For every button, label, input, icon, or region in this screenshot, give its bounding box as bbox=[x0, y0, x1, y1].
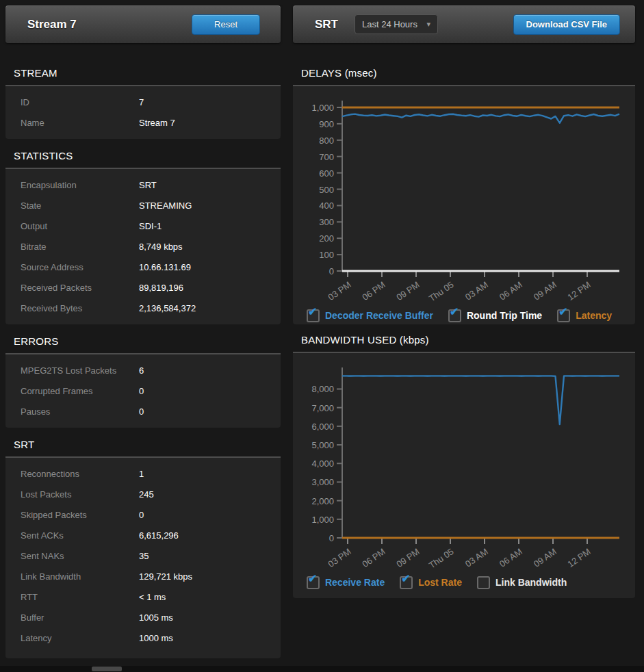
stat-row-output: OutputSDI-1 bbox=[5, 216, 281, 237]
stat-row-name: NameStream 7 bbox=[5, 113, 281, 133]
time-range-select[interactable]: Last 24 Hours ▾ bbox=[355, 14, 438, 34]
svg-text:600: 600 bbox=[319, 168, 334, 179]
stat-value: 0 bbox=[139, 505, 144, 526]
section-body-statistics: EncapsulationSRTStateSTREAMINGOutputSDI-… bbox=[5, 169, 281, 324]
legend-item-link-bandwidth[interactable]: Link Bandwidth bbox=[477, 576, 567, 589]
stat-value: 245 bbox=[139, 484, 154, 505]
stat-row-bitrate: Bitrate8,749 kbps bbox=[5, 237, 281, 257]
stat-label: Buffer bbox=[21, 612, 44, 623]
stat-label: Received Bytes bbox=[21, 303, 82, 313]
stat-label: Bitrate bbox=[21, 242, 47, 252]
svg-text:03 AM: 03 AM bbox=[463, 279, 490, 302]
svg-text:2,000: 2,000 bbox=[311, 496, 334, 506]
legend-checkbox-link-bandwidth[interactable] bbox=[477, 576, 490, 589]
svg-text:03 PM: 03 PM bbox=[326, 546, 352, 569]
stat-label: Sent ACKs bbox=[21, 530, 64, 541]
stat-label: Received Packets bbox=[21, 283, 92, 293]
svg-text:09 AM: 09 AM bbox=[532, 546, 558, 569]
stat-value: 2,136,584,372 bbox=[139, 298, 196, 319]
section-body-errors: MPEG2TS Lost Packets6Corrupted Frames0Pa… bbox=[5, 354, 281, 428]
section-header-statistics: STATISTICS bbox=[5, 143, 281, 169]
horizontal-scrollbar-thumb[interactable] bbox=[92, 667, 122, 671]
stat-row-encapsulation: EncapsulationSRT bbox=[5, 175, 281, 196]
charts-title: SRT bbox=[315, 18, 338, 31]
legend-label-round-trip-time: Round Trip Time bbox=[467, 310, 542, 321]
svg-text:0: 0 bbox=[329, 266, 334, 276]
svg-text:09 PM: 09 PM bbox=[394, 546, 421, 569]
svg-text:06 PM: 06 PM bbox=[360, 546, 387, 569]
section-header-stream: STREAM bbox=[5, 60, 281, 86]
svg-text:4,000: 4,000 bbox=[311, 458, 334, 469]
section-body-stream: ID7NameStream 7 bbox=[5, 86, 281, 139]
reset-button[interactable]: Reset bbox=[192, 14, 260, 35]
stat-value: 35 bbox=[139, 546, 149, 567]
svg-text:800: 800 bbox=[319, 135, 334, 146]
chart-delays-msec: 01002003004005006007008009001,00003 PM06… bbox=[293, 86, 635, 324]
stat-label: Sent NAKs bbox=[21, 551, 64, 561]
svg-text:100: 100 bbox=[319, 250, 334, 260]
chart-plot-delays-msec: 01002003004005006007008009001,00003 PM06… bbox=[293, 86, 635, 307]
charts-titlebar: SRT Last 24 Hours ▾ Download CSV File bbox=[293, 5, 635, 43]
stat-value: SDI-1 bbox=[139, 216, 162, 237]
stat-value: STREAMING bbox=[139, 196, 192, 216]
stat-row-id: ID7 bbox=[5, 92, 281, 113]
svg-text:6,000: 6,000 bbox=[311, 422, 334, 432]
stat-label: Link Bandwidth bbox=[21, 571, 81, 582]
legend-checkbox-decoder-receive-buffer[interactable]: ✔ bbox=[307, 309, 320, 322]
svg-text:1,000: 1,000 bbox=[311, 515, 334, 525]
stat-label: Encapsulation bbox=[21, 180, 77, 190]
stat-value: 0 bbox=[139, 402, 144, 422]
stat-row-source-address: Source Address10.66.131.69 bbox=[5, 257, 281, 278]
legend-label-link-bandwidth: Link Bandwidth bbox=[495, 577, 567, 588]
chart-title-delays-msec: DELAYS (msec) bbox=[293, 60, 635, 86]
legend-checkbox-lost-rate[interactable]: ✔ bbox=[400, 576, 413, 589]
stat-value: 0 bbox=[139, 381, 144, 402]
legend-label-lost-rate: Lost Rate bbox=[418, 577, 462, 588]
stat-row-corrupted-frames: Corrupted Frames0 bbox=[5, 381, 281, 402]
horizontal-scrollbar-track[interactable] bbox=[0, 666, 644, 672]
legend-item-latency[interactable]: ✔Latency bbox=[557, 309, 612, 322]
svg-text:Thu 05: Thu 05 bbox=[427, 546, 456, 571]
stat-label: Output bbox=[21, 221, 47, 231]
chart-title-bandwidth-used-kbps: BANDWIDTH USED (kbps) bbox=[293, 327, 635, 353]
chevron-down-icon: ▾ bbox=[426, 20, 430, 29]
legend-checkbox-round-trip-time[interactable]: ✔ bbox=[448, 309, 461, 322]
svg-text:7,000: 7,000 bbox=[311, 403, 334, 413]
svg-text:5,000: 5,000 bbox=[311, 440, 334, 450]
stat-value: 8,749 kbps bbox=[139, 237, 183, 257]
legend-checkbox-latency[interactable]: ✔ bbox=[557, 309, 570, 322]
svg-text:12 PM: 12 PM bbox=[565, 546, 592, 569]
chart-bandwidth-used-kbps: 01,0002,0003,0004,0005,0006,0007,0008,00… bbox=[293, 353, 635, 598]
stat-value: 129,721 kbps bbox=[139, 567, 192, 587]
legend-item-round-trip-time[interactable]: ✔Round Trip Time bbox=[448, 309, 542, 322]
svg-text:03 PM: 03 PM bbox=[326, 279, 352, 302]
svg-text:09 AM: 09 AM bbox=[532, 279, 558, 302]
stat-row-pauses: Pauses0 bbox=[5, 402, 281, 422]
legend-checkbox-receive-rate[interactable]: ✔ bbox=[307, 576, 320, 589]
stat-value: 6,615,296 bbox=[139, 526, 179, 546]
legend-item-decoder-receive-buffer[interactable]: ✔Decoder Receive Buffer bbox=[307, 309, 433, 322]
stat-row-sent-acks: Sent ACKs6,615,296 bbox=[5, 526, 281, 546]
stream-titlebar: Stream 7 Reset bbox=[5, 5, 281, 43]
svg-text:200: 200 bbox=[319, 233, 334, 244]
checkmark-icon: ✔ bbox=[450, 307, 459, 318]
chart-plot-bandwidth-used-kbps: 01,0002,0003,0004,0005,0006,0007,0008,00… bbox=[293, 353, 635, 573]
legend-item-lost-rate[interactable]: ✔Lost Rate bbox=[400, 576, 462, 589]
download-csv-button[interactable]: Download CSV File bbox=[513, 14, 620, 35]
legend-label-receive-rate: Receive Rate bbox=[325, 577, 385, 588]
stat-label: Pauses bbox=[21, 406, 50, 417]
stat-value: 89,819,196 bbox=[139, 278, 183, 298]
svg-text:500: 500 bbox=[319, 185, 334, 195]
section-body-srt: Reconnections1Lost Packets245Skipped Pac… bbox=[5, 458, 281, 658]
stat-row-buffer: Buffer1005 ms bbox=[5, 608, 281, 628]
stat-row-sent-naks: Sent NAKs35 bbox=[5, 546, 281, 567]
svg-text:09 PM: 09 PM bbox=[394, 279, 421, 302]
stat-row-lost-packets: Lost Packets245 bbox=[5, 484, 281, 505]
legend-label-decoder-receive-buffer: Decoder Receive Buffer bbox=[325, 310, 433, 321]
legend-item-receive-rate[interactable]: ✔Receive Rate bbox=[307, 576, 385, 589]
svg-text:400: 400 bbox=[319, 201, 334, 211]
checkmark-icon: ✔ bbox=[558, 307, 567, 318]
stat-row-mpeg2ts-lost-packets: MPEG2TS Lost Packets6 bbox=[5, 361, 281, 381]
stat-label: RTT bbox=[21, 592, 38, 602]
svg-text:900: 900 bbox=[319, 119, 334, 129]
